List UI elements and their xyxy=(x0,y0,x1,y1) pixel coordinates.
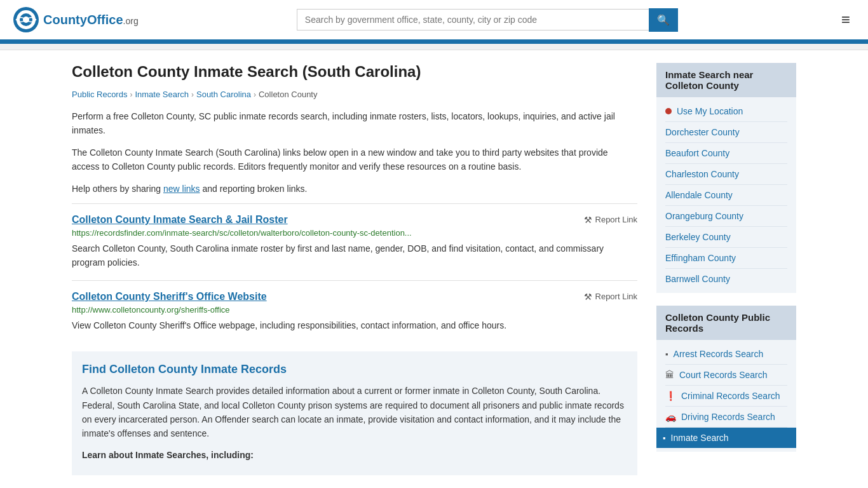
sidebar-item-allendale: Allendale County xyxy=(665,185,787,206)
sidebar-public-records-body: ▪ Arrest Records Search 🏛 Court Records … xyxy=(656,340,796,452)
hamburger-menu-button[interactable]: ≡ xyxy=(836,8,855,31)
use-my-location-link[interactable]: Use My Location xyxy=(677,106,743,116)
search-input[interactable] xyxy=(297,9,649,30)
logo-area: CountyOffice.org xyxy=(13,6,139,33)
sidebar: Inmate Search near Colleton County Use M… xyxy=(656,63,796,475)
description-3: Help others by sharing new links and rep… xyxy=(72,182,637,196)
report-icon-1: ⚒ xyxy=(584,215,592,225)
breadcrumb-sep-1: › xyxy=(130,90,132,99)
main-container: Colleton County Inmate Search (South Car… xyxy=(53,50,815,488)
content-area: Colleton County Inmate Search (South Car… xyxy=(72,63,637,475)
report-icon-2: ⚒ xyxy=(584,292,592,302)
result-url-2: http://www.colletoncounty.org/sheriffs-o… xyxy=(72,305,637,315)
court-records-link[interactable]: Court Records Search xyxy=(679,370,768,380)
description-1: Perform a free Colleton County, SC publi… xyxy=(72,109,637,138)
pub-rec-court: 🏛 Court Records Search xyxy=(665,365,787,386)
arrest-records-link[interactable]: Arrest Records Search xyxy=(674,349,764,359)
report-label-2: Report Link xyxy=(595,292,637,301)
sidebar-item-effingham: Effingham County xyxy=(665,248,787,269)
report-link-button-1[interactable]: ⚒ Report Link xyxy=(584,215,637,225)
sub-nav-bar xyxy=(0,44,868,50)
breadcrumb-public-records[interactable]: Public Records xyxy=(72,90,127,99)
result-desc-1: Search Colleton County, South Carolina i… xyxy=(72,241,637,270)
driving-records-icon: 🚗 xyxy=(665,412,676,422)
driving-records-link[interactable]: Driving Records Search xyxy=(681,412,775,422)
sidebar-nearby-title: Inmate Search near Colleton County xyxy=(656,63,796,97)
result-desc-2: View Colleton County Sheriff's Office we… xyxy=(72,318,637,332)
breadcrumb-inmate-search[interactable]: Inmate Search xyxy=(135,90,189,99)
result-item-1: Colleton County Inmate Search & Jail Ros… xyxy=(72,203,637,280)
breadcrumb-sep-3: › xyxy=(254,90,256,99)
sidebar-item-dorchester: Dorchester County xyxy=(665,122,787,143)
result-title-row-2: Colleton County Sheriff's Office Website… xyxy=(72,291,637,302)
page-title: Colleton County Inmate Search (South Car… xyxy=(72,63,637,81)
arrest-records-icon: ▪ xyxy=(665,349,668,359)
court-records-icon: 🏛 xyxy=(665,370,674,380)
result-title-2[interactable]: Colleton County Sheriff's Office Website xyxy=(72,291,267,302)
use-my-location-item: Use My Location xyxy=(665,101,787,122)
orangeburg-county-link[interactable]: Orangeburg County xyxy=(665,211,743,221)
sidebar-item-beaufort: Beaufort County xyxy=(665,143,787,164)
sidebar-public-records-title: Colleton County Public Records xyxy=(656,306,796,340)
criminal-records-link[interactable]: Criminal Records Search xyxy=(681,391,780,401)
breadcrumb: Public Records › Inmate Search › South C… xyxy=(72,90,637,99)
sidebar-item-orangeburg: Orangeburg County xyxy=(665,206,787,227)
pub-rec-criminal: ❗ Criminal Records Search xyxy=(665,386,787,407)
effingham-county-link[interactable]: Effingham County xyxy=(665,253,736,263)
sidebar-public-records-section: Colleton County Public Records ▪ Arrest … xyxy=(656,306,796,452)
sidebar-item-charleston: Charleston County xyxy=(665,164,787,185)
result-url-1: https://recordsfinder.com/inmate-search/… xyxy=(72,228,637,238)
logo-text: CountyOffice.org xyxy=(43,13,139,27)
breadcrumb-south-carolina[interactable]: South Carolina xyxy=(196,90,251,99)
dorchester-county-link[interactable]: Dorchester County xyxy=(665,127,740,137)
pub-rec-inmate: ▪ Inmate Search xyxy=(656,428,796,448)
berkeley-county-link[interactable]: Berkeley County xyxy=(665,232,731,242)
logo-icon xyxy=(13,6,39,33)
sidebar-nearby-body: Use My Location Dorchester County Beaufo… xyxy=(656,97,796,293)
result-title-1[interactable]: Colleton County Inmate Search & Jail Ros… xyxy=(72,214,288,226)
charleston-county-link[interactable]: Charleston County xyxy=(665,169,739,179)
sidebar-nearby-section: Inmate Search near Colleton County Use M… xyxy=(656,63,796,293)
breadcrumb-sep-2: › xyxy=(191,90,194,99)
report-label-1: Report Link xyxy=(595,215,637,224)
inmate-search-link[interactable]: Inmate Search xyxy=(671,433,729,443)
result-item-2: Colleton County Sheriff's Office Website… xyxy=(72,280,637,342)
description-2: The Colleton County Inmate Search (South… xyxy=(72,146,637,174)
allendale-county-link[interactable]: Allendale County xyxy=(665,190,733,200)
location-dot-icon xyxy=(665,108,672,114)
find-records-title: Find Colleton County Inmate Records xyxy=(82,363,627,376)
search-button[interactable]: 🔍 xyxy=(649,8,678,32)
report-link-button-2[interactable]: ⚒ Report Link xyxy=(584,292,637,302)
desc-3-suffix: and reporting broken links. xyxy=(200,184,308,194)
learn-title: Learn about Inmate Searches, including: xyxy=(82,450,627,460)
pub-rec-arrest: ▪ Arrest Records Search xyxy=(665,344,787,365)
criminal-records-icon: ❗ xyxy=(665,391,676,401)
find-records-desc: A Colleton County Inmate Search provides… xyxy=(82,384,627,441)
search-area: 🔍 xyxy=(297,8,678,32)
pub-rec-driving: 🚗 Driving Records Search xyxy=(665,407,787,428)
breadcrumb-current: Colleton County xyxy=(259,90,318,99)
desc-3-prefix: Help others by sharing xyxy=(72,184,163,194)
new-links-link[interactable]: new links xyxy=(163,184,200,194)
result-title-row-1: Colleton County Inmate Search & Jail Ros… xyxy=(72,214,637,226)
barnwell-county-link[interactable]: Barnwell County xyxy=(665,274,730,284)
sidebar-item-barnwell: Barnwell County xyxy=(665,269,787,289)
sidebar-item-berkeley: Berkeley County xyxy=(665,227,787,248)
find-records-section: Find Colleton County Inmate Records A Co… xyxy=(72,351,637,475)
header: CountyOffice.org 🔍 ≡ xyxy=(0,0,868,41)
inmate-search-icon: ▪ xyxy=(663,433,666,443)
beaufort-county-link[interactable]: Beaufort County xyxy=(665,148,729,158)
